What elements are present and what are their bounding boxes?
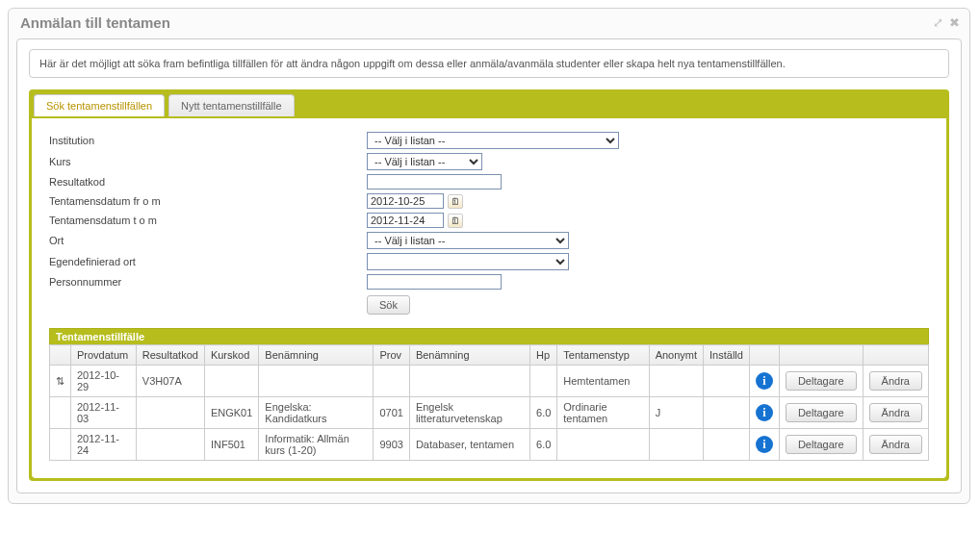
calendar-icon[interactable]: 🗓	[448, 214, 463, 228]
cell-installd	[704, 397, 750, 429]
cell-andra: Ändra	[863, 397, 928, 429]
cell-resultatkod	[136, 397, 204, 429]
col-installd[interactable]: Inställd	[704, 345, 750, 366]
deltagare-button[interactable]: Deltagare	[786, 403, 857, 422]
cell-kurskod: INF501	[204, 429, 258, 461]
cell-benamning1: Informatik: Allmän kurs (1-20)	[259, 429, 374, 461]
cell-deltagare: Deltagare	[779, 366, 863, 397]
andra-button[interactable]: Ändra	[869, 371, 922, 391]
label-kurs: Kurs	[49, 156, 367, 167]
col-sort[interactable]	[50, 345, 71, 366]
col-anonymt[interactable]: Anonymt	[649, 345, 703, 366]
input-datum-from[interactable]	[367, 193, 444, 209]
cell-deltagare: Deltagare	[779, 397, 863, 429]
close-icon[interactable]: ✖	[949, 15, 960, 30]
window-title: Anmälan till tentamen	[20, 14, 170, 31]
col-prov[interactable]: Prov	[374, 345, 409, 366]
info-icon[interactable]: i	[756, 436, 773, 453]
input-personnr[interactable]	[367, 274, 502, 290]
cell-prov	[374, 366, 409, 397]
cell-benamning1	[259, 366, 374, 397]
results-table: Provdatum Resultatkod Kurskod Benämning …	[49, 344, 929, 461]
input-resultatkod[interactable]	[367, 174, 502, 190]
label-resultatkod: Resultatkod	[49, 176, 367, 188]
maximize-icon[interactable]: ⤢	[933, 15, 943, 30]
table-title: Tentamenstillfälle	[49, 328, 929, 344]
info-icon[interactable]: i	[756, 372, 773, 390]
window-header: Anmälan till tentamen ⤢ ✖	[9, 9, 969, 35]
label-ort: Ort	[49, 235, 367, 246]
col-benamning1[interactable]: Benämning	[259, 345, 374, 366]
info-icon[interactable]: i	[756, 404, 773, 421]
col-kurskod[interactable]: Kurskod	[204, 345, 258, 366]
select-institution[interactable]: -- Välj i listan --	[367, 132, 619, 149]
cell-provdatum: 2012-10-29	[71, 366, 137, 397]
col-actions2	[863, 345, 928, 366]
sort-handle[interactable]: ⇅	[50, 366, 71, 397]
cell-anonymt	[649, 366, 703, 397]
col-actions1	[779, 345, 863, 366]
cell-prov: 0701	[374, 397, 409, 429]
cell-benamning2: Databaser, tentamen	[409, 429, 529, 461]
cell-deltagare: Deltagare	[779, 429, 863, 461]
select-kurs[interactable]: -- Välj i listan --	[367, 153, 482, 170]
cell-hp	[530, 366, 557, 397]
search-button[interactable]: Sök	[367, 295, 410, 315]
col-resultatkod[interactable]: Resultatkod	[136, 345, 204, 366]
label-institution: Institution	[49, 135, 367, 146]
calendar-icon[interactable]: 🗓	[448, 194, 463, 209]
intro-text: Här är det möjligt att söka fram befintl…	[29, 49, 949, 78]
select-egendef-ort[interactable]	[367, 253, 569, 270]
cell-provdatum: 2012-11-24	[71, 429, 137, 461]
sort-handle[interactable]	[50, 429, 71, 461]
label-datum-from: Tentamensdatum fr o m	[49, 195, 367, 207]
cell-installd	[704, 366, 750, 397]
table-header-row: Provdatum Resultatkod Kurskod Benämning …	[50, 345, 929, 366]
cell-resultatkod: V3H07A	[136, 366, 204, 397]
input-datum-to[interactable]	[367, 213, 444, 228]
cell-benamning1: Engelska: Kandidatkurs	[259, 397, 374, 429]
andra-button[interactable]: Ändra	[869, 403, 922, 422]
tabstrip: Sök tentamenstillfällen Nytt tentamensti…	[29, 89, 949, 481]
cell-provdatum: 2012-11-03	[71, 397, 137, 429]
cell-tentamenstyp: Hemtentamen	[557, 366, 649, 397]
label-personnr: Personnummer	[49, 276, 367, 288]
cell-info: i	[749, 366, 779, 397]
cell-tentamenstyp	[557, 429, 649, 461]
tabpanel-search: Institution -- Välj i listan -- Kurs -- …	[32, 118, 946, 478]
cell-hp: 6.0	[530, 429, 557, 461]
cell-kurskod: ENGK01	[204, 397, 258, 429]
cell-benamning2: Engelsk litteraturvetenskap	[409, 397, 529, 429]
cell-anonymt	[649, 429, 703, 461]
cell-benamning2	[409, 366, 529, 397]
table-row: 2012-11-24INF501Informatik: Allmän kurs …	[50, 429, 929, 461]
tab-new[interactable]: Nytt tentamenstillfälle	[168, 94, 295, 116]
cell-hp: 6.0	[530, 397, 557, 429]
select-ort[interactable]: -- Välj i listan --	[367, 232, 569, 249]
cell-installd	[704, 429, 750, 461]
col-hp[interactable]: Hp	[530, 345, 557, 366]
sort-handle[interactable]	[50, 397, 71, 429]
cell-andra: Ändra	[863, 429, 928, 461]
col-tentamenstyp[interactable]: Tentamenstyp	[557, 345, 649, 366]
tabbar: Sök tentamenstillfällen Nytt tentamensti…	[32, 92, 946, 118]
table-row: ⇅2012-10-29V3H07AHemtentameniDeltagareÄn…	[50, 366, 929, 397]
window-controls: ⤢ ✖	[933, 15, 960, 30]
cell-resultatkod	[136, 429, 204, 461]
col-info	[749, 345, 779, 366]
cell-info: i	[749, 429, 779, 461]
tab-search[interactable]: Sök tentamenstillfällen	[34, 94, 165, 116]
cell-prov: 9903	[374, 429, 409, 461]
table-row: 2012-11-03ENGK01Engelska: Kandidatkurs07…	[50, 397, 929, 429]
andra-button[interactable]: Ändra	[869, 435, 922, 454]
cell-info: i	[749, 397, 779, 429]
deltagare-button[interactable]: Deltagare	[786, 435, 857, 454]
cell-tentamenstyp: Ordinarie tentamen	[557, 397, 649, 429]
col-benamning2[interactable]: Benämning	[409, 345, 529, 366]
deltagare-button[interactable]: Deltagare	[786, 371, 857, 391]
col-provdatum[interactable]: Provdatum	[71, 345, 137, 366]
cell-kurskod	[204, 366, 258, 397]
label-datum-to: Tentamensdatum t o m	[49, 215, 367, 226]
cell-andra: Ändra	[863, 366, 928, 397]
label-egendef-ort: Egendefinierad ort	[49, 256, 367, 267]
